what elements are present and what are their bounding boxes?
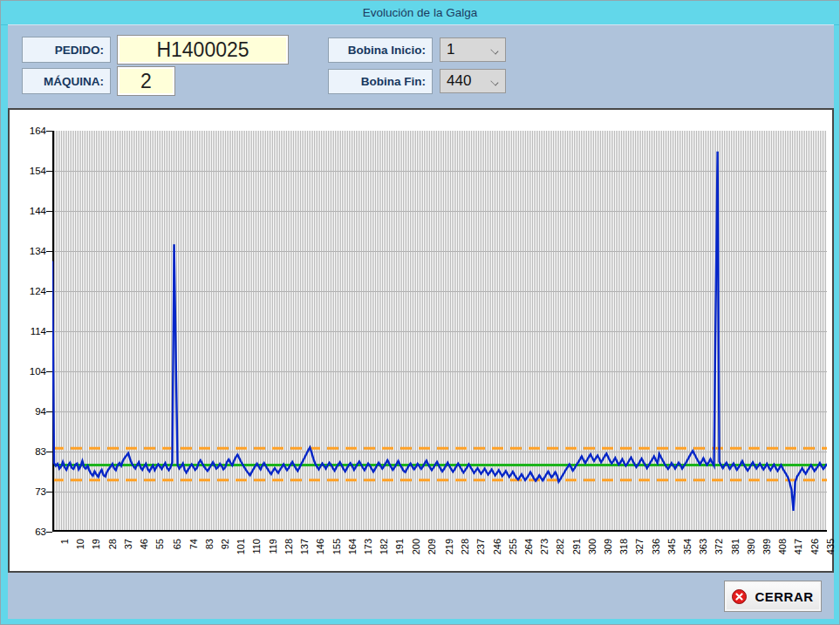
x-tick-label: 345	[666, 539, 678, 565]
chevron-down-icon	[490, 78, 498, 85]
x-tick-label: 28	[106, 539, 119, 565]
bobina-inicio-select[interactable]: 1	[440, 37, 506, 62]
x-tick-label: 273	[538, 539, 550, 565]
maquina-field[interactable]: 2	[117, 66, 175, 96]
x-tick-label: 381	[729, 539, 741, 565]
x-tick-label: 399	[761, 539, 773, 565]
chart-panel: 16415414413412411410494837363 1101928374…	[8, 108, 834, 573]
x-tick-label: 46	[138, 539, 150, 565]
x-tick-label: 10	[74, 539, 86, 565]
y-tick-mark	[46, 492, 52, 493]
x-tick-label: 309	[602, 539, 614, 565]
maquina-label: MÁQUINA:	[22, 68, 111, 94]
y-tick-label: 164	[13, 125, 46, 137]
x-tick-label: 363	[697, 539, 709, 565]
close-icon	[732, 589, 747, 604]
x-tick-label: 228	[459, 539, 471, 565]
x-tick-label: 155	[331, 539, 343, 565]
x-tick-label: 209	[426, 539, 438, 565]
y-tick-label: 144	[13, 205, 46, 217]
x-tick-label: 354	[681, 539, 693, 565]
x-tick-label: 110	[250, 539, 263, 565]
window-title: Evolución de la Galga	[363, 6, 477, 19]
y-tick-mark	[46, 291, 52, 292]
pedido-label: PEDIDO:	[22, 37, 111, 63]
y-tick-label: 104	[13, 365, 46, 377]
cerrar-button-label: CERRAR	[755, 589, 813, 604]
cerrar-button[interactable]: CERRAR	[724, 581, 822, 612]
title-bar: Evolución de la Galga	[1, 1, 839, 25]
y-tick-label: 94	[13, 405, 46, 418]
x-tick-label: 65	[171, 539, 183, 565]
y-tick-label: 63	[13, 526, 46, 538]
x-tick-label: 74	[188, 539, 200, 565]
x-tick-label: 237	[475, 539, 487, 565]
bobina-fin-label: Bobina Fin:	[328, 69, 433, 94]
y-tick-label: 83	[13, 445, 46, 458]
y-tick-mark	[46, 331, 52, 332]
x-tick-label: 300	[586, 539, 598, 565]
x-tick-label: 92	[219, 539, 231, 565]
x-tick-label: 37	[122, 539, 134, 565]
x-tick-label: 146	[314, 539, 326, 565]
x-tick-label: 318	[618, 539, 630, 565]
x-tick-label: 435	[824, 539, 837, 565]
galga-series-line	[52, 152, 827, 511]
y-tick-mark	[46, 211, 52, 212]
x-tick-label: 282	[554, 539, 566, 565]
y-tick-mark	[46, 171, 52, 172]
x-tick-label: 219	[443, 539, 455, 565]
y-tick-mark	[46, 131, 52, 132]
x-tick-label: 119	[267, 539, 279, 565]
content-area: PEDIDO: H1400025 MÁQUINA: 2 Bobina Inici…	[8, 24, 834, 619]
pedido-field[interactable]: H1400025	[117, 35, 289, 65]
x-tick-label: 372	[713, 539, 725, 565]
y-tick-mark	[46, 452, 52, 452]
y-tick-label: 124	[13, 285, 46, 297]
y-tick-label: 134	[13, 245, 46, 257]
x-tick-label: 327	[633, 539, 645, 565]
x-tick-label: 55	[154, 539, 166, 565]
x-tick-label: 426	[809, 539, 821, 565]
x-tick-label: 164	[346, 539, 359, 565]
x-tick-label: 83	[203, 539, 215, 565]
x-tick-label: 1	[58, 539, 71, 565]
y-tick-label: 114	[13, 325, 46, 337]
y-tick-mark	[46, 371, 52, 372]
x-tick-label: 417	[792, 539, 804, 565]
x-tick-label: 408	[776, 539, 789, 565]
y-tick-label: 154	[13, 165, 46, 177]
chevron-down-icon	[490, 46, 498, 54]
x-tick-label: 200	[410, 539, 422, 565]
x-tick-label: 264	[522, 539, 535, 565]
bobina-inicio-label: Bobina Inicio:	[328, 37, 433, 63]
x-tick-label: 128	[283, 539, 295, 565]
y-tick-mark	[46, 532, 52, 533]
x-tick-label: 390	[745, 539, 757, 565]
y-tick-mark	[46, 251, 52, 252]
x-tick-label: 255	[507, 539, 519, 565]
app-window: Evolución de la Galga PEDIDO: H1400025 M…	[0, 0, 840, 625]
y-tick-label: 73	[13, 486, 46, 498]
y-tick-mark	[46, 411, 52, 412]
bobina-fin-select[interactable]: 440	[440, 69, 506, 93]
x-tick-label: 291	[570, 539, 583, 565]
x-tick-label: 137	[298, 539, 311, 565]
x-tick-label: 246	[491, 539, 503, 565]
plot-area	[52, 131, 827, 532]
x-tick-label: 101	[235, 539, 247, 565]
x-tick-label: 19	[90, 539, 102, 565]
chart-svg	[52, 131, 827, 532]
x-tick-label: 173	[362, 539, 374, 565]
x-tick-label: 336	[650, 539, 662, 565]
x-tick-label: 182	[378, 539, 390, 565]
x-tick-label: 191	[393, 539, 406, 565]
